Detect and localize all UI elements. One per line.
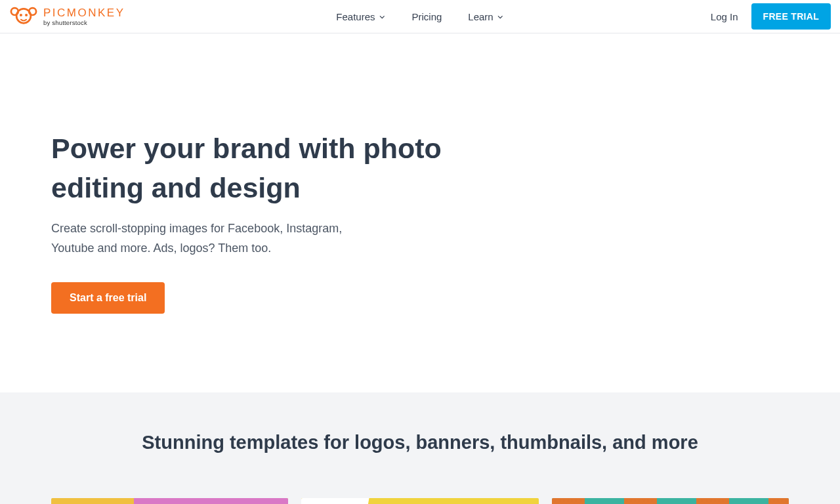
logo-main-text: PICMONKEY: [43, 7, 125, 18]
svg-point-3: [20, 14, 22, 16]
chevron-down-icon: [379, 11, 385, 22]
nav-pricing-label: Pricing: [411, 11, 442, 22]
nav-pricing[interactable]: Pricing: [411, 11, 442, 22]
nav-learn[interactable]: Learn: [468, 11, 503, 22]
logo-text: PICMONKEY by shutterstock: [43, 7, 125, 26]
nav-learn-label: Learn: [468, 11, 493, 22]
chevron-down-icon: [497, 11, 504, 22]
logo[interactable]: PICMONKEY by shutterstock: [9, 5, 125, 28]
logo-sub-text: by shutterstock: [43, 20, 125, 26]
hero-headline: Power your brand with photo editing and …: [51, 129, 445, 207]
hero-sub: Create scroll-stopping images for Facebo…: [51, 219, 366, 258]
nav-features-label: Features: [336, 11, 375, 22]
free-trial-button[interactable]: FREE TRIAL: [751, 3, 831, 30]
site-header: PICMONKEY by shutterstock Features Prici…: [0, 0, 840, 33]
start-free-trial-button[interactable]: Start a free trial: [51, 282, 165, 314]
monkey-icon: [9, 5, 38, 28]
template-row: [0, 453, 840, 504]
template-card[interactable]: [51, 498, 288, 504]
svg-point-4: [25, 14, 28, 16]
templates-heading: Stunning templates for logos, banners, t…: [0, 432, 840, 453]
primary-nav: Features Pricing Learn: [336, 11, 503, 22]
templates-section: Stunning templates for logos, banners, t…: [0, 392, 840, 504]
template-card[interactable]: [552, 498, 789, 504]
hero-section: Power your brand with photo editing and …: [0, 33, 840, 392]
login-link[interactable]: Log In: [711, 11, 738, 22]
nav-features[interactable]: Features: [336, 11, 385, 22]
template-card[interactable]: [301, 498, 538, 504]
nav-right: Log In FREE TRIAL: [711, 3, 831, 30]
